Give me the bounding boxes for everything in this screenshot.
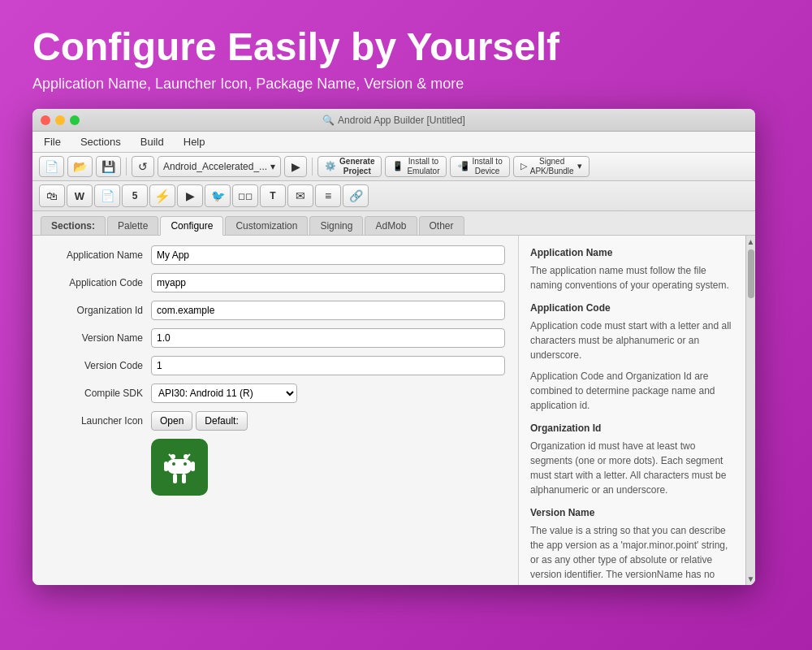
tab-palette[interactable]: Palette xyxy=(107,216,158,235)
app-name-row: Application Name xyxy=(45,245,505,265)
tab-customization[interactable]: Customization xyxy=(225,216,308,235)
menu-help[interactable]: Help xyxy=(180,134,209,150)
version-code-row: Version Code xyxy=(45,356,505,375)
maximize-button[interactable] xyxy=(70,115,80,125)
version-name-label: Version Name xyxy=(45,332,151,344)
compile-sdk-select[interactable]: API30: Android 11 (R) API29: Android 10 … xyxy=(151,384,297,403)
tab-sections[interactable]: Sections: xyxy=(41,216,106,235)
tumblr-icon-button[interactable]: T xyxy=(260,184,286,207)
link-icon-button[interactable]: 🔗 xyxy=(343,184,369,207)
launcher-icon-label: Launcher Icon xyxy=(45,415,151,427)
help-version-name-title: Version Name xyxy=(530,505,734,520)
gear-icon: ⚙️ xyxy=(325,161,336,171)
hero-title: Configure Easily by Yourself xyxy=(32,24,559,69)
hero-subtitle: Application Name, Launcher Icon, Package… xyxy=(32,76,464,93)
org-id-label: Organization Id xyxy=(45,305,151,316)
new-file-button[interactable]: 📄 xyxy=(39,156,64,177)
android-robot-icon xyxy=(159,447,200,488)
open-file-button[interactable]: 📂 xyxy=(67,156,93,177)
app-name-label: Application Name xyxy=(45,249,151,261)
menubar: File Sections Build Help xyxy=(32,132,755,153)
generate-project-button[interactable]: ⚙️ GenerateProject xyxy=(317,156,382,177)
svg-rect-5 xyxy=(164,462,168,471)
rss-icon-button[interactable]: ≡ xyxy=(315,184,341,207)
html5-icon-button[interactable]: 5 xyxy=(122,184,148,207)
video-icon-button[interactable]: ▶ xyxy=(177,184,203,207)
device-icon: 📲 xyxy=(457,161,469,171)
svg-rect-7 xyxy=(173,474,177,483)
launcher-icon-preview xyxy=(151,439,208,496)
app-code-row: Application Code xyxy=(45,273,505,292)
scrollbar-track: ▲ ▼ xyxy=(745,236,755,585)
version-name-row: Version Name xyxy=(45,328,505,348)
signed-apk-button[interactable]: ▷ SignedAPK/Bundle ▾ xyxy=(513,156,590,177)
org-id-input[interactable] xyxy=(151,301,505,320)
help-org-id-title: Organization Id xyxy=(530,421,734,436)
signed-label: SignedAPK/Bundle xyxy=(530,157,574,176)
titlebar: 🔍 Android App Builder [Untitled] xyxy=(32,109,755,132)
project-selector-dropdown[interactable]: Android_Accelerated_... ▾ xyxy=(158,156,281,177)
chevron-down-icon: ▾ xyxy=(270,161,275,172)
menu-sections[interactable]: Sections xyxy=(77,134,124,150)
traffic-lights xyxy=(41,115,80,125)
launcher-icon-row: Launcher Icon Open Default: xyxy=(45,411,505,431)
twitter-icon-button[interactable]: 🐦 xyxy=(205,184,231,207)
help-version-name-text: The value is a string so that you can de… xyxy=(530,523,734,585)
help-app-name-title: Application Name xyxy=(530,245,734,260)
minimize-button[interactable] xyxy=(55,115,65,125)
help-app-code-extra: Application Code and Organization Id are… xyxy=(530,369,734,413)
help-app-code-text: Application code must start with a lette… xyxy=(530,318,734,362)
svg-rect-4 xyxy=(167,459,192,474)
flickr-icon-button[interactable]: ◻◻ xyxy=(232,184,258,207)
install-device-button[interactable]: 📲 Install toDevice xyxy=(450,156,509,177)
save-file-button[interactable]: 💾 xyxy=(96,156,121,177)
version-code-input[interactable] xyxy=(151,356,505,375)
tabs-bar: Sections: Palette Configure Customizatio… xyxy=(32,211,755,236)
scrollbar-down-arrow[interactable]: ▼ xyxy=(747,574,755,583)
svg-point-9 xyxy=(172,462,175,466)
app-name-input[interactable] xyxy=(151,245,505,265)
scrollbar-thumb[interactable] xyxy=(748,249,754,298)
app-code-input[interactable] xyxy=(151,273,505,292)
search-icon: 🔍 xyxy=(322,115,335,126)
device-label: Install toDevice xyxy=(472,157,502,176)
version-name-input[interactable] xyxy=(151,328,505,348)
iconbar: 🛍 W 📄 5 ⚡ ▶ 🐦 ◻◻ T ✉ ≡ 🔗 xyxy=(32,181,755,211)
tab-admob[interactable]: AdMob xyxy=(365,216,417,235)
install-emulator-button[interactable]: 📱 Install toEmulator xyxy=(385,156,447,177)
default-icon-button[interactable]: Default: xyxy=(196,411,247,431)
app-code-label: Application Code xyxy=(45,277,151,288)
version-code-label: Version Code xyxy=(45,360,151,371)
svg-point-10 xyxy=(184,462,187,466)
toolbar-separator-2 xyxy=(312,158,313,176)
open-icon-button[interactable]: Open xyxy=(151,411,192,431)
shop-icon-button[interactable]: 🛍 xyxy=(39,184,65,207)
svg-rect-8 xyxy=(182,474,186,483)
wordpress-icon-button[interactable]: W xyxy=(67,184,93,207)
refresh-button[interactable]: ↺ xyxy=(132,156,154,177)
toolbar-separator-1 xyxy=(126,158,127,176)
toolbar: 📄 📂 💾 ↺ Android_Accelerated_... ▾ ▶ ⚙️ G… xyxy=(32,153,755,181)
generate-label: GenerateProject xyxy=(339,157,374,176)
lightning-icon-button[interactable]: ⚡ xyxy=(149,184,175,207)
form-panel: Application Name Application Code Organi… xyxy=(32,236,518,585)
help-app-name-text: The application name must follow the fil… xyxy=(530,263,734,292)
scrollbar-up-arrow[interactable]: ▲ xyxy=(747,237,755,246)
tab-configure[interactable]: Configure xyxy=(160,216,223,236)
doc-icon-button[interactable]: 📄 xyxy=(94,184,120,207)
close-button[interactable] xyxy=(41,115,50,125)
menu-build[interactable]: Build xyxy=(137,134,167,150)
play-button[interactable]: ▶ xyxy=(284,156,307,177)
content-area: Application Name Application Code Organi… xyxy=(32,236,755,585)
tab-other[interactable]: Other xyxy=(419,216,464,235)
compile-sdk-row: Compile SDK API30: Android 11 (R) API29:… xyxy=(45,384,505,403)
help-org-id-text: Organization id must have at least two s… xyxy=(530,439,734,497)
help-app-code-title: Application Code xyxy=(530,301,734,315)
app-window: 🔍 Android App Builder [Untitled] File Se… xyxy=(32,109,755,585)
menu-file[interactable]: File xyxy=(41,134,64,150)
email-icon-button[interactable]: ✉ xyxy=(287,184,313,207)
tab-signing[interactable]: Signing xyxy=(309,216,363,235)
dropdown-arrow-icon: ▾ xyxy=(577,161,582,171)
help-panel: Application Name The application name mu… xyxy=(518,236,745,585)
window-title: 🔍 Android App Builder [Untitled] xyxy=(322,115,465,126)
